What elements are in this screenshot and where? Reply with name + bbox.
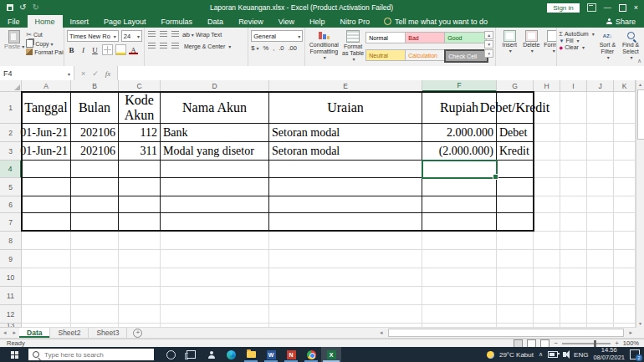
cell-I7[interactable]: [560, 213, 587, 232]
cell-D3[interactable]: Modal yang disetor: [161, 142, 269, 161]
font-name-combo[interactable]: Times New Ro: [67, 30, 119, 42]
tell-me-box[interactable]: Tell me what you want to do: [377, 15, 494, 28]
cell-B2[interactable]: 202106: [71, 124, 119, 142]
cell-C6[interactable]: [119, 196, 161, 213]
cell-J7[interactable]: [587, 213, 614, 232]
insert-button[interactable]: Insert: [498, 29, 520, 68]
wrap-text-button[interactable]: Wrap Text: [196, 32, 222, 38]
bold-button[interactable]: B: [67, 46, 76, 54]
font-color-icon[interactable]: A: [129, 46, 138, 54]
cell-J9[interactable]: [587, 250, 614, 268]
clock[interactable]: 14.56 08/07/2021: [593, 347, 625, 361]
decrease-decimal-icon[interactable]: .00: [289, 44, 297, 52]
cell-I10[interactable]: [560, 268, 587, 287]
people-button[interactable]: [201, 347, 221, 362]
cell-E3[interactable]: Setoran modal: [269, 142, 422, 161]
cell-B12[interactable]: [71, 305, 119, 324]
row-header-9[interactable]: 9: [0, 250, 22, 268]
insert-function-icon[interactable]: fx: [105, 69, 111, 78]
cell-E2[interactable]: Setoran modal: [269, 124, 422, 142]
cell-A2[interactable]: 01-Jun-21: [22, 124, 71, 142]
cell-C5[interactable]: [119, 178, 161, 196]
language-indicator[interactable]: ENG: [574, 351, 588, 359]
cell-E10[interactable]: [269, 268, 422, 287]
cell-J8[interactable]: [587, 232, 614, 250]
cell-J1[interactable]: [587, 92, 614, 124]
ribbon-display-options-icon[interactable]: [587, 3, 596, 12]
zoom-level[interactable]: 100%: [623, 339, 639, 347]
cell-G11[interactable]: [497, 287, 534, 305]
cell-C10[interactable]: [119, 268, 161, 287]
cell-E9[interactable]: [269, 250, 422, 268]
cell-I8[interactable]: [560, 232, 587, 250]
col-header-I[interactable]: I: [560, 80, 587, 92]
align-left-icon[interactable]: [147, 42, 156, 51]
underline-button[interactable]: U: [90, 46, 100, 54]
cancel-formula-icon[interactable]: ×: [81, 69, 85, 78]
italic-button[interactable]: I: [79, 46, 88, 54]
cell-H8[interactable]: [534, 232, 560, 250]
cell-E7[interactable]: [269, 213, 422, 232]
row-header-10[interactable]: 10: [0, 268, 22, 287]
col-header-E[interactable]: E: [269, 80, 422, 92]
cell-J12[interactable]: [587, 305, 614, 324]
edge-button[interactable]: [221, 347, 241, 362]
col-header-B[interactable]: B: [71, 80, 119, 92]
tab-review[interactable]: Review: [231, 15, 271, 28]
chrome-button[interactable]: [301, 347, 321, 362]
cell-A7[interactable]: [22, 213, 71, 232]
cell-I4[interactable]: [560, 161, 587, 178]
row-header-5[interactable]: 5: [0, 178, 22, 196]
col-header-A[interactable]: A: [22, 80, 71, 92]
normal-view-icon[interactable]: [514, 339, 523, 348]
comma-format-icon[interactable]: ,: [273, 44, 274, 52]
horizontal-scrollbar[interactable]: ◂ ▸: [376, 328, 644, 338]
cell-H10[interactable]: [534, 268, 560, 287]
cell-C3[interactable]: 311: [119, 142, 161, 161]
cell-F8[interactable]: [422, 232, 497, 250]
col-header-J[interactable]: J: [587, 80, 614, 92]
cell-F6[interactable]: [422, 196, 497, 213]
row-header-6[interactable]: 6: [0, 196, 22, 213]
cell-J6[interactable]: [587, 196, 614, 213]
cell-D9[interactable]: [161, 250, 269, 268]
autosum-button[interactable]: Σ AutoSum: [560, 31, 596, 37]
vertical-scrollbar[interactable]: ▲ ▼: [636, 80, 644, 328]
cell-G1[interactable]: Debet/Kredit: [497, 92, 534, 124]
hscroll-left-icon[interactable]: ◂: [376, 329, 386, 336]
cell-C2[interactable]: 112: [119, 124, 161, 142]
cell-K6[interactable]: [614, 196, 636, 213]
format-as-table-button[interactable]: Format as Table: [340, 29, 365, 68]
tab-nitro-pro[interactable]: Nitro Pro: [333, 15, 378, 28]
cell-G2[interactable]: Debet: [497, 124, 534, 142]
col-header-K[interactable]: K: [614, 80, 636, 92]
cell-B9[interactable]: [71, 250, 119, 268]
cell-I12[interactable]: [560, 305, 587, 324]
scroll-up-icon[interactable]: ▲: [636, 80, 644, 89]
cell-K9[interactable]: [614, 250, 636, 268]
row-header-12[interactable]: 12: [0, 305, 22, 324]
cell-A6[interactable]: [22, 196, 71, 213]
cell-A4[interactable]: [22, 161, 71, 178]
sheet-tab-sheet3[interactable]: Sheet3: [89, 328, 127, 338]
cell-E6[interactable]: [269, 196, 422, 213]
cell-J2[interactable]: [587, 124, 614, 142]
row-header-3[interactable]: 3: [0, 142, 22, 161]
col-header-C[interactable]: C: [119, 80, 161, 92]
page-break-view-icon[interactable]: [540, 339, 549, 348]
weather-text[interactable]: 29°C Kabut: [499, 351, 534, 359]
row-header-2[interactable]: 2: [0, 124, 22, 142]
sheet-nav-right-icon[interactable]: ▸: [10, 328, 20, 338]
tab-insert[interactable]: Insert: [63, 15, 97, 28]
cell-C9[interactable]: [119, 250, 161, 268]
cell-C12[interactable]: [119, 305, 161, 324]
cell-J5[interactable]: [587, 178, 614, 196]
qat-customize-icon[interactable]: [45, 3, 49, 12]
cell-F10[interactable]: [422, 268, 497, 287]
format-button[interactable]: Format: [542, 29, 556, 68]
sheet-tab-data[interactable]: Data: [19, 328, 50, 338]
cell-G10[interactable]: [497, 268, 534, 287]
clear-button[interactable]: ◆ Clear: [560, 44, 596, 50]
cortana-button[interactable]: [161, 347, 181, 362]
cell-I11[interactable]: [560, 287, 587, 305]
